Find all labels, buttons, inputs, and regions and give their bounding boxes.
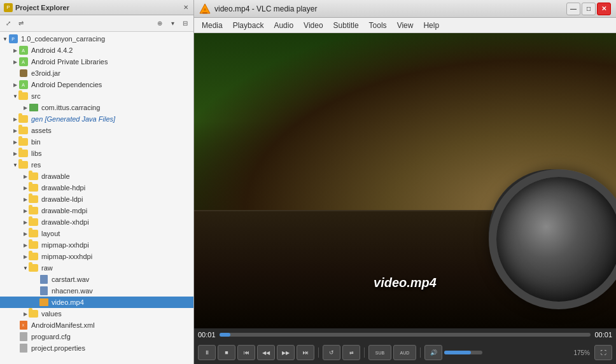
tree-item-carstart[interactable]: carstart.wav <box>0 274 193 285</box>
tree-item-res[interactable]: ▼res <box>0 159 193 171</box>
vlc-controls: ⏸ ■ ⏮ ◀◀ ▶▶ ⏭ ↺ ⇄ SUB <box>194 341 616 364</box>
tree-item-comittus[interactable]: ▶com.ittus.carracing <box>0 102 193 113</box>
tree-item-proguard[interactable]: proguard.cfg <box>0 331 193 342</box>
tree-icon-folder <box>19 149 29 158</box>
vlc-prev-btn[interactable]: ⏮ <box>237 345 255 360</box>
subtitle-icon: SUB <box>375 351 384 355</box>
tree-item-videomp4[interactable]: video.mp4 <box>0 297 193 308</box>
pe-extra-btn[interactable]: ⊟ <box>179 18 191 29</box>
vlc-shuffle-btn[interactable]: ⇄ <box>342 345 360 360</box>
vlc-menu-audio[interactable]: Audio <box>269 20 298 31</box>
vlc-minimize-btn[interactable]: — <box>566 3 580 15</box>
tree-item-androidmanifest[interactable]: XAndroidManifest.xml <box>0 319 193 331</box>
tree-icon-file <box>19 332 29 341</box>
tree-icon-folder <box>29 218 39 227</box>
tree-item-gen[interactable]: ▶gen [Generated Java Files] <box>0 113 193 125</box>
tree-label-mipmapxxxhdpi: mipmap-xxxhdpi <box>41 253 92 260</box>
tree-label-root: 1.0_codecanyon_carracing <box>21 35 105 43</box>
vlc-volume-slider[interactable] <box>444 351 482 354</box>
tree-item-assets[interactable]: ▶assets <box>0 125 193 136</box>
project-explorer-titlebar: P Project Explorer ✕ <box>0 0 193 15</box>
tree-icon-android: A <box>19 46 29 55</box>
tree-item-root[interactable]: ▼P1.0_codecanyon_carracing <box>0 33 193 45</box>
tree-item-libs[interactable]: ▶libs <box>0 148 193 159</box>
vlc-progress-track[interactable] <box>220 333 591 337</box>
tree-icon-wav <box>39 275 50 284</box>
stop-icon: ■ <box>225 349 228 356</box>
project-explorer-icon: P <box>4 3 13 12</box>
pe-new-btn[interactable]: ⊕ <box>154 18 165 29</box>
tree-label-drawableldpi: drawable-ldpi <box>41 195 83 203</box>
tree-icon-folder <box>29 241 39 249</box>
tree-label-bin: bin <box>31 138 41 146</box>
next-icon: ⏭ <box>303 349 309 356</box>
tree-arrow-proguard <box>11 333 19 340</box>
vlc-close-btn[interactable]: ✕ <box>597 3 611 15</box>
tree-arrow-androidDeps: ▶ <box>11 81 19 88</box>
tree-label-gen: gen [Generated Java Files] <box>31 115 115 123</box>
vlc-fwd-btn[interactable]: ▶▶ <box>277 345 295 360</box>
tree-item-bin[interactable]: ▶bin <box>0 136 193 148</box>
vlc-stop-btn[interactable]: ■ <box>218 345 235 360</box>
vlc-pause-btn[interactable]: ⏸ <box>198 345 216 360</box>
tree-icon-video <box>39 298 50 307</box>
tree-item-e3roid[interactable]: e3roid.jar <box>0 67 193 79</box>
tree-icon-android: A <box>19 80 29 89</box>
vlc-time-end: 00:01 <box>594 331 612 339</box>
tree-item-drawable[interactable]: ▶drawable <box>0 171 193 182</box>
vlc-menu-subtitle[interactable]: Subtitle <box>328 20 364 31</box>
tree-item-nhacnen[interactable]: nhacnen.wav <box>0 285 193 297</box>
tree-label-layout: layout <box>41 230 60 237</box>
tree-item-drawableldpi[interactable]: ▶drawable-ldpi <box>0 193 193 205</box>
tree-icon-file <box>19 344 29 353</box>
pe-link-btn[interactable]: ⇌ <box>15 18 27 29</box>
tree-item-layout[interactable]: ▶layout <box>0 228 193 239</box>
vlc-menu-video[interactable]: Video <box>298 20 328 31</box>
vlc-menu-media[interactable]: Media <box>197 20 228 31</box>
vlc-zoom-label: 175% <box>573 349 590 356</box>
tree-item-androidPrivate[interactable]: ▶AAndroid Private Libraries <box>0 56 193 67</box>
tree-label-drawablemdpi: drawable-mdpi <box>41 207 87 214</box>
vlc-next-btn[interactable]: ⏭ <box>297 345 314 360</box>
vlc-audio-btn[interactable]: AUD <box>393 345 416 360</box>
tree-icon-package <box>29 103 39 112</box>
tree-item-projectprops[interactable]: project.properties <box>0 342 193 354</box>
tree-icon-android: A <box>19 57 29 66</box>
tree-item-drawablexhdpi[interactable]: ▶drawable-xhdpi <box>0 216 193 228</box>
tree-icon-folder <box>29 263 39 272</box>
tree-label-carstart: carstart.wav <box>52 276 89 283</box>
vlc-video-area[interactable]: video.mp4 <box>194 33 616 328</box>
pe-collapse-btn[interactable]: ⤢ <box>3 18 14 29</box>
tree-item-values[interactable]: ▶values <box>0 308 193 319</box>
tree-item-drawablehdpi[interactable]: ▶drawable-hdpi <box>0 182 193 193</box>
vlc-title-bar: video.mp4 - VLC media player — □ ✕ <box>194 0 616 18</box>
vlc-fullscreen-btn[interactable]: ⛶ <box>594 345 612 360</box>
tree-item-src[interactable]: ▼src <box>0 90 193 102</box>
vlc-menu-playback[interactable]: Playback <box>228 20 269 31</box>
vlc-back-btn[interactable]: ◀◀ <box>257 345 275 360</box>
tree-icon-jar <box>19 69 29 78</box>
tree-label-androidmanifest: AndroidManifest.xml <box>31 321 95 329</box>
vlc-repeat-btn[interactable]: ↺ <box>323 345 340 360</box>
tree-icon-folder <box>19 137 29 146</box>
pe-spacer <box>28 18 153 29</box>
vlc-menu-tools[interactable]: Tools <box>364 20 392 31</box>
pe-close-btn[interactable]: ✕ <box>182 4 190 11</box>
tree-label-androidDeps: Android Dependencies <box>31 81 102 88</box>
vlc-volume-btn[interactable]: 🔊 <box>424 345 442 360</box>
vlc-subtitle-btn[interactable]: SUB <box>368 345 391 360</box>
pe-menu-btn[interactable]: ▾ <box>167 18 178 29</box>
vlc-menu-view[interactable]: View <box>392 20 419 31</box>
tree-label-assets: assets <box>31 127 52 134</box>
vlc-title-controls: — □ ✕ <box>566 3 611 15</box>
tree-item-androidDeps[interactable]: ▶AAndroid Dependencies <box>0 79 193 90</box>
tree-item-raw[interactable]: ▼raw <box>0 262 193 274</box>
tree-item-mipmapxxxhdpi[interactable]: ▶mipmap-xxxhdpi <box>0 251 193 262</box>
tree-item-android442[interactable]: ▶AAndroid 4.4.2 <box>0 45 193 56</box>
tree-item-drawablemdpi[interactable]: ▶drawable-mdpi <box>0 205 193 216</box>
tree-arrow-videomp4 <box>32 298 39 306</box>
vlc-maximize-btn[interactable]: □ <box>582 3 596 15</box>
tree-item-mipmapxxhdpi[interactable]: ▶mipmap-xxhdpi <box>0 239 193 251</box>
repeat-icon: ↺ <box>329 349 334 356</box>
vlc-menu-help[interactable]: Help <box>418 20 444 31</box>
